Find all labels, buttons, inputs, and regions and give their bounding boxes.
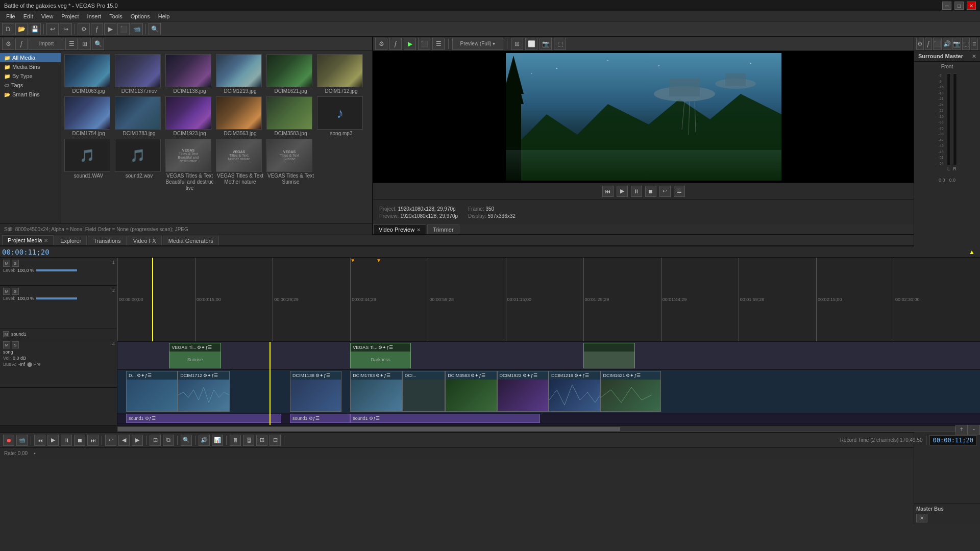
render-button[interactable]: ⬛: [117, 23, 130, 35]
surround-fx-btn[interactable]: ƒ: [925, 38, 933, 50]
stop-btn[interactable]: ⏹: [74, 435, 85, 446]
media-view-btn[interactable]: ☰: [65, 38, 78, 50]
audio1-mute-btn[interactable]: M: [3, 331, 9, 337]
media-item[interactable]: DCIM1923.jpg: [165, 96, 214, 137]
media-item[interactable]: VEGAS Titles & Text Beautiful and destru…: [165, 139, 214, 191]
play-btn[interactable]: ▶: [47, 435, 59, 446]
tab-project-media[interactable]: Project Media ✕: [2, 235, 54, 245]
menu-file[interactable]: File: [2, 12, 19, 20]
goto-end-btn[interactable]: ⏭: [87, 435, 99, 446]
preview-stop-btn[interactable]: ⏹: [645, 186, 656, 197]
timeline-scrollbar[interactable]: + -: [0, 425, 980, 432]
media-item[interactable]: VEGAS Titles & Text Mother nature VEGAS …: [216, 139, 264, 191]
clip-sound1-a[interactable]: sound1 ⚙ƒ☰: [126, 414, 281, 423]
media-item[interactable]: DCIM1063.jpg: [64, 54, 113, 94]
clip-dcim1712[interactable]: DCIM1712 ⚙✦ƒ☰: [178, 371, 229, 412]
horizontal-scrollbar[interactable]: [117, 427, 955, 432]
redo-button[interactable]: ↪: [60, 23, 72, 35]
preview-more-btn[interactable]: ☰: [674, 186, 685, 197]
menu-insert[interactable]: Insert: [83, 12, 106, 20]
tab-explorer[interactable]: Explorer: [55, 236, 87, 245]
media-item[interactable]: VEGAS Titles & Text Sunrise VEGAS Titles…: [266, 139, 315, 191]
song-solo-btn[interactable]: S: [12, 341, 19, 348]
surround-btn2[interactable]: 🔊: [943, 38, 951, 50]
tab-video-preview[interactable]: Video Preview ✕: [373, 224, 426, 234]
audio-monitor-btn[interactable]: 🔊: [199, 435, 210, 446]
tab-transitions[interactable]: Transitions: [88, 236, 126, 245]
zoom-in-btn[interactable]: 🔍: [181, 435, 192, 446]
preview-zoom-btn[interactable]: ⬜: [525, 38, 537, 50]
frame-next-btn[interactable]: ▶: [132, 435, 143, 446]
capture-button[interactable]: 📹: [131, 23, 143, 35]
preview-goto-start-btn[interactable]: ⏮: [602, 186, 614, 197]
undo-button[interactable]: ↩: [46, 23, 59, 35]
pause-btn[interactable]: ⏸: [61, 435, 72, 446]
clip-dcim3583[interactable]: DCIM3583⚙✦ƒ☰: [445, 371, 497, 412]
timeline-marker-btn[interactable]: ▲: [966, 246, 978, 258]
clip-dcim1138[interactable]: DCIM1138 ⚙✦ƒ☰: [290, 371, 341, 412]
maximize-button[interactable]: □: [954, 2, 964, 10]
timeline-ruler[interactable]: 00:00:00;00 00:00:15;00 00:00:29;29 00:0…: [117, 258, 980, 342]
media-search-btn[interactable]: 🔍: [92, 38, 104, 50]
tool2-btn[interactable]: ⊞: [256, 435, 267, 446]
save-button[interactable]: 💾: [29, 23, 41, 35]
frame-prev-btn[interactable]: ◀: [118, 435, 130, 446]
clip-dcim-d[interactable]: D... ⚙✦ƒ☰: [126, 371, 178, 412]
track1-solo-btn[interactable]: S: [12, 260, 19, 267]
scrollbar-thumb[interactable]: [118, 427, 620, 431]
sidebar-item-media-bins[interactable]: 📁 Media Bins: [0, 62, 61, 71]
media-item[interactable]: DCIM1138.jpg: [165, 54, 214, 94]
clip-dcim1621[interactable]: DCIM1621⚙✦ƒ☰: [600, 371, 660, 412]
record-type-btn[interactable]: 📹: [16, 435, 28, 446]
tool3-btn[interactable]: ⊟: [270, 435, 281, 446]
loop-btn[interactable]: ↩: [105, 435, 116, 446]
tab-trimmer[interactable]: Trimmer: [427, 224, 459, 234]
window-controls[interactable]: ─ □ ✕: [942, 2, 976, 10]
clip-sound1-c[interactable]: sound1 ⚙ƒ☰: [350, 414, 540, 423]
preview-play-btn[interactable]: ▶: [404, 38, 416, 50]
media-item[interactable]: DCIM1754.jpg: [64, 96, 113, 137]
menu-options[interactable]: Options: [127, 12, 154, 20]
mixer-btn[interactable]: 🎚: [230, 435, 241, 446]
tab-media-generators[interactable]: Media Generators: [163, 236, 219, 245]
media-import-btn[interactable]: Import: [29, 38, 64, 50]
media-item[interactable]: 🎵 sound1.WAV: [64, 139, 113, 191]
track1-level-slider[interactable]: [36, 269, 77, 271]
project-media-close-btn[interactable]: ✕: [44, 238, 48, 243]
preview-settings-btn[interactable]: ⚙: [375, 38, 387, 50]
sidebar-item-smart-bins[interactable]: 📂 Smart Bins: [0, 90, 61, 99]
master-bus-close-btn[interactable]: ✕: [916, 514, 927, 522]
tool1-btn[interactable]: 🎛: [243, 435, 254, 446]
new-button[interactable]: 🗋: [2, 23, 14, 35]
menu-tools[interactable]: Tools: [105, 12, 127, 20]
menu-view[interactable]: View: [37, 12, 58, 20]
media-item[interactable]: DCIM1621.jpg: [266, 54, 315, 94]
preview-mode-btn[interactable]: ⬛: [418, 38, 430, 50]
track2-solo-btn[interactable]: S: [12, 288, 19, 295]
tab-video-fx[interactable]: Video FX: [128, 236, 162, 245]
preview-view-btn[interactable]: ☰: [432, 38, 445, 50]
clip-vegas-title3[interactable]: [583, 343, 635, 368]
media-toolbar-btn2[interactable]: ƒ: [15, 38, 28, 50]
clip-dci[interactable]: DCI...: [402, 371, 446, 412]
media-toolbar-btn1[interactable]: ⚙: [2, 38, 14, 50]
media-item[interactable]: DCIM3583.jpg: [266, 96, 315, 137]
sidebar-item-by-type[interactable]: 📁 By Type: [0, 71, 61, 81]
media-item[interactable]: DCIM1783.jpg: [115, 96, 163, 137]
minimize-button[interactable]: ─: [942, 2, 951, 10]
surround-settings-btn[interactable]: ⚙: [916, 38, 924, 50]
clip-dcim1783[interactable]: DCIM1783 ⚙✦ƒ☰: [350, 371, 402, 412]
zoom-button[interactable]: 🔍: [149, 23, 161, 35]
menu-edit[interactable]: Edit: [19, 12, 37, 20]
play-button[interactable]: ▶: [104, 23, 116, 35]
open-button[interactable]: 📂: [15, 23, 28, 35]
clip-dcim1219[interactable]: DCIM1219⚙✦ƒ☰: [549, 371, 600, 412]
track2-level-slider[interactable]: [36, 297, 77, 299]
media-item[interactable]: DCIM3563.jpg: [216, 96, 264, 137]
sidebar-item-all-media[interactable]: 📁 All Media: [0, 53, 61, 62]
preview-quality-dropdown[interactable]: Preview (Full) ▾: [452, 38, 503, 50]
clip-dcim1923[interactable]: DCIM1923⚙✦ƒ☰: [497, 371, 549, 412]
surround-btn1[interactable]: ⬛: [933, 38, 942, 50]
menu-help[interactable]: Help: [154, 12, 174, 20]
preview-loop-btn[interactable]: ↩: [659, 186, 671, 197]
